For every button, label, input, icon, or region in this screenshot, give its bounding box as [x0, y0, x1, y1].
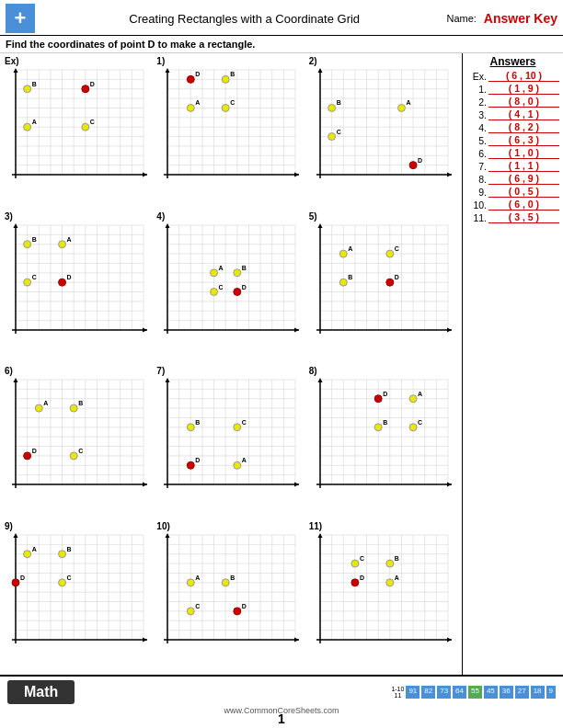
svg-text:D: D — [32, 448, 37, 454]
svg-text:B: B — [32, 81, 37, 87]
svg-text:C: C — [90, 119, 95, 125]
problem-label: 6) — [5, 366, 153, 376]
svg-point-208 — [339, 250, 347, 257]
stat-82: 82 — [421, 686, 435, 699]
stat-73: 73 — [437, 686, 451, 699]
svg-text:A: A — [394, 574, 398, 580]
svg-text:D: D — [242, 283, 247, 290]
svg-text:D: D — [196, 71, 201, 77]
svg-marker-171 — [294, 327, 299, 332]
svg-text:B: B — [394, 555, 398, 562]
svg-text:B: B — [67, 545, 72, 552]
problem-label: 7) — [156, 366, 304, 376]
svg-text:D: D — [418, 157, 422, 164]
answer-val: ( 6 , 10 ) — [488, 70, 559, 82]
grid-svg: ABCD — [156, 531, 299, 651]
svg-point-104 — [327, 133, 335, 141]
svg-text:C: C — [78, 448, 83, 454]
svg-marker-207 — [447, 327, 452, 332]
svg-point-100 — [327, 104, 335, 111]
svg-point-138 — [59, 240, 66, 247]
svg-marker-27 — [143, 173, 147, 177]
problem-label: 1) — [156, 56, 304, 66]
stat-45: 45 — [484, 686, 498, 699]
svg-text:A: A — [67, 235, 72, 242]
problem-cell-p8: 8)DABC — [308, 365, 458, 518]
svg-text:C: C — [242, 419, 247, 426]
svg-point-214 — [385, 279, 393, 286]
grid-svg: ABCD — [156, 222, 299, 341]
svg-text:D: D — [90, 81, 95, 87]
svg-point-176 — [211, 288, 218, 295]
svg-marker-62 — [166, 68, 170, 73]
svg-point-430 — [385, 578, 393, 586]
svg-point-250 — [70, 452, 77, 460]
svg-marker-26 — [14, 68, 18, 73]
footer: Math www.CommonCoreSheets.com 1 1-10 11 … — [0, 675, 563, 708]
svg-marker-279 — [294, 483, 299, 487]
problem-label: 9) — [5, 521, 153, 531]
svg-point-32 — [24, 123, 31, 131]
svg-marker-242 — [14, 378, 18, 382]
svg-text:D: D — [360, 574, 364, 580]
svg-text:C: C — [32, 274, 37, 280]
problem-label: Ex) — [5, 56, 153, 66]
svg-point-172 — [211, 268, 218, 276]
svg-point-174 — [234, 268, 241, 276]
grid-svg: ABDC — [5, 376, 147, 495]
problem-label: 5) — [309, 211, 457, 222]
problem-cell-p4: 4)ABCD — [155, 210, 305, 364]
stat-9: 9 — [546, 686, 556, 699]
svg-point-390 — [223, 578, 230, 586]
grid-svg: CBDA — [309, 531, 452, 651]
svg-point-320 — [374, 424, 382, 431]
stat-27: 27 — [515, 686, 529, 699]
answer-val: ( 1 , 9 ) — [488, 83, 559, 95]
svg-marker-350 — [14, 533, 18, 538]
svg-text:A: A — [418, 391, 422, 397]
name-label: Name: — [446, 13, 476, 24]
svg-point-30 — [82, 85, 89, 93]
svg-marker-135 — [143, 327, 147, 332]
svg-point-136 — [24, 240, 31, 247]
problem-cell-p1: 1)DBAC — [155, 55, 305, 209]
svg-marker-315 — [447, 483, 452, 487]
answer-key-header: Answer Key — [484, 11, 557, 26]
answer-num: Ex. — [466, 71, 487, 82]
svg-point-70 — [223, 104, 230, 111]
answer-key-title: Answers — [466, 55, 559, 68]
svg-point-140 — [24, 279, 31, 286]
svg-point-212 — [339, 279, 347, 286]
answer-num: 5. — [466, 135, 487, 146]
svg-text:A: A — [196, 99, 201, 106]
grid-svg: BCDA — [156, 376, 299, 495]
header: + Creating Rectangles with a Coordinate … — [0, 0, 563, 36]
svg-text:A: A — [242, 457, 247, 463]
svg-marker-422 — [317, 533, 322, 538]
answer-num: 7. — [466, 161, 487, 172]
page-title: Creating Rectangles with a Coordinate Gr… — [42, 12, 446, 26]
svg-point-284 — [188, 461, 195, 469]
svg-text:A: A — [348, 245, 352, 252]
svg-point-388 — [188, 578, 195, 586]
svg-point-64 — [188, 75, 195, 83]
svg-text:C: C — [418, 419, 422, 426]
svg-text:C: C — [231, 99, 236, 106]
logo: + — [6, 4, 35, 33]
svg-marker-98 — [317, 68, 322, 73]
footer-math-label: Math — [7, 680, 75, 704]
grid-svg: DBAC — [156, 66, 299, 186]
svg-marker-351 — [143, 637, 147, 642]
svg-point-282 — [234, 424, 241, 431]
problem-label: 4) — [156, 211, 304, 222]
stat-36: 36 — [500, 686, 513, 699]
svg-point-246 — [70, 404, 77, 412]
svg-point-34 — [82, 123, 89, 131]
svg-point-106 — [409, 162, 417, 169]
answer-num: 9. — [466, 187, 487, 198]
answer-item: 5.( 6 , 3 ) — [466, 134, 559, 146]
grid-svg: BACD — [309, 66, 452, 186]
answer-item: 6.( 1 , 0 ) — [466, 147, 559, 159]
problem-cell-p10: 10)ABCD — [155, 520, 305, 674]
svg-text:D: D — [196, 457, 201, 463]
